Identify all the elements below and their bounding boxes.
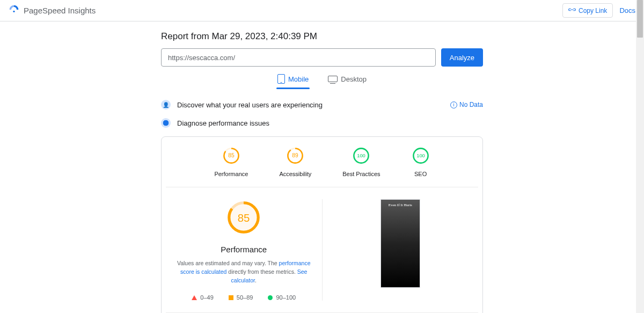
score-seo-label: SEO: [412, 171, 430, 177]
brand: PageSpeed Insights: [9, 4, 96, 17]
svg-text:85: 85: [228, 152, 235, 158]
perf-summary: 85 Performance Values are estimated and …: [166, 199, 323, 301]
triangle-icon: [192, 295, 197, 300]
score-legend: 0–49 50–89 90–100: [170, 294, 318, 301]
no-data-label: No Data: [459, 101, 483, 108]
discover-row: 👤 Discover what your real users are expe…: [161, 100, 483, 110]
legend-avg: 50–89: [229, 294, 253, 301]
tab-mobile[interactable]: Mobile: [277, 74, 309, 89]
analyze-button[interactable]: Analyze: [441, 48, 483, 67]
main-content: Report from Mar 29, 2023, 2:40:39 PM Ana…: [161, 21, 483, 313]
score-accessibility[interactable]: 89 Accessibility: [279, 147, 311, 177]
discover-icon: 👤: [161, 100, 171, 110]
svg-text:89: 89: [292, 152, 299, 158]
discover-left: 👤 Discover what your real users are expe…: [161, 100, 323, 110]
psi-logo-icon: [9, 4, 19, 17]
page-screenshot: Even If It Hurts: [380, 199, 420, 288]
score-bestpractices[interactable]: 100 Best Practices: [342, 147, 380, 177]
diagnose-icon: [161, 118, 171, 128]
score-perf-label: Performance: [214, 171, 248, 177]
url-input[interactable]: [161, 48, 436, 67]
diagnose-card: 85 Performance 89 Accessibility 100 Best…: [161, 136, 483, 313]
perf-preview: Even If It Hurts: [323, 199, 479, 301]
report-timestamp: Report from Mar 29, 2023, 2:40:39 PM: [161, 31, 483, 42]
mobile-icon: [277, 74, 285, 84]
svg-text:85: 85: [238, 212, 250, 224]
app-title: PageSpeed Insights: [24, 6, 96, 15]
no-data[interactable]: i No Data: [450, 101, 483, 108]
perf-note: Values are estimated and may vary. The p…: [170, 259, 318, 285]
legend-fail: 0–49: [192, 294, 213, 301]
score-performance[interactable]: 85 Performance: [214, 147, 248, 177]
perf-detail-row: 85 Performance Values are estimated and …: [166, 199, 478, 301]
score-a11y-label: Accessibility: [279, 171, 311, 177]
copy-link-button[interactable]: Copy Link: [562, 3, 613, 18]
top-actions: Copy Link Docs: [562, 3, 635, 18]
copy-link-label: Copy Link: [579, 7, 607, 14]
scrollbar[interactable]: [636, 0, 644, 313]
perf-title: Performance: [170, 245, 318, 254]
score-bp-label: Best Practices: [342, 171, 380, 177]
score-seo[interactable]: 100 SEO: [412, 147, 430, 177]
tab-desktop-label: Desktop: [341, 75, 367, 83]
topbar: PageSpeed Insights Copy Link Docs: [0, 0, 644, 21]
desktop-icon: [328, 76, 338, 82]
legend-pass: 90–100: [268, 294, 296, 301]
preview-caption: Even If It Hurts: [381, 203, 420, 207]
discover-label: Discover what your real users are experi…: [177, 101, 323, 109]
diagnose-label: Diagnose performance issues: [177, 119, 269, 127]
square-icon: [229, 295, 233, 300]
device-tabs: Mobile Desktop: [161, 74, 483, 89]
scrollbar-thumb[interactable]: [637, 0, 643, 38]
diagnose-left: Diagnose performance issues: [161, 118, 269, 128]
tab-desktop[interactable]: Desktop: [328, 74, 367, 89]
link-icon: [568, 6, 576, 14]
score-row: 85 Performance 89 Accessibility 100 Best…: [166, 147, 478, 187]
svg-text:100: 100: [357, 153, 366, 158]
diagnose-row: Diagnose performance issues: [161, 118, 483, 128]
svg-point-0: [13, 11, 14, 12]
tab-mobile-label: Mobile: [288, 75, 309, 83]
url-row: Analyze: [161, 48, 483, 67]
svg-text:100: 100: [416, 153, 425, 158]
circle-icon: [268, 295, 273, 300]
docs-link[interactable]: Docs: [619, 6, 635, 14]
info-icon: i: [450, 101, 457, 108]
